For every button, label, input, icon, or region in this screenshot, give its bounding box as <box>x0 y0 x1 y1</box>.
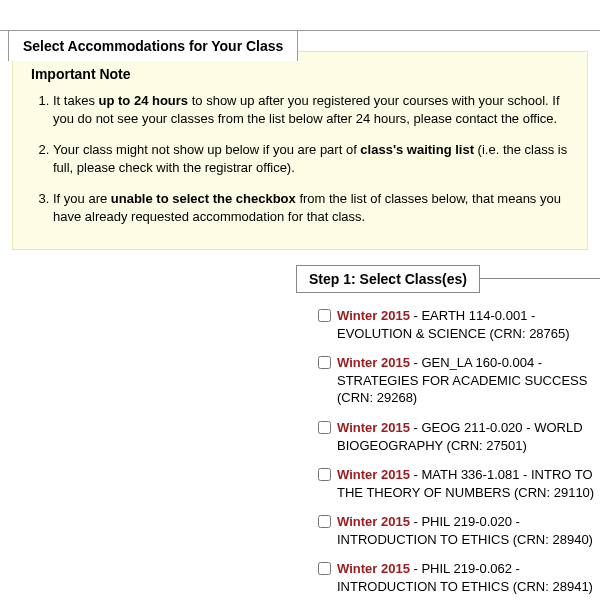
class-label: Winter 2015 - MATH 336-1.081 - INTRO TO … <box>337 466 600 501</box>
class-row: Winter 2015 - GEOG 211-0.020 - WORLD BIO… <box>318 419 600 454</box>
class-term: Winter 2015 <box>337 355 410 370</box>
class-label: Winter 2015 - PHIL 219-0.020 - INTRODUCT… <box>337 513 600 548</box>
class-row: Winter 2015 - MATH 336-1.081 - INTRO TO … <box>318 466 600 501</box>
class-row: Winter 2015 - GEN_LA 160-0.004 - STRATEG… <box>318 354 600 407</box>
class-row: Winter 2015 - PHIL 219-0.020 - INTRODUCT… <box>318 513 600 548</box>
class-checkbox[interactable] <box>318 515 331 528</box>
note-item: If you are unable to select the checkbox… <box>53 190 569 225</box>
tab-title: Select Accommodations for Your Class <box>8 30 298 61</box>
class-label: Winter 2015 - PHIL 219-0.062 - INTRODUCT… <box>337 560 600 595</box>
class-term: Winter 2015 <box>337 561 410 576</box>
accommodations-tab: Select Accommodations for Your Class Imp… <box>0 30 600 600</box>
note-item: It takes up to 24 hours to show up after… <box>53 92 569 127</box>
class-term: Winter 2015 <box>337 308 410 323</box>
note-text-pre: Your class might not show up below if yo… <box>53 142 360 157</box>
step1-legend: Step 1: Select Class(es) <box>296 265 480 293</box>
note-text-strong: unable to select the checkbox <box>111 191 296 206</box>
important-note-title: Important Note <box>31 66 569 82</box>
important-note-box: Important Note It takes up to 24 hours t… <box>12 51 588 250</box>
class-label: Winter 2015 - GEOG 211-0.020 - WORLD BIO… <box>337 419 600 454</box>
class-checkbox[interactable] <box>318 356 331 369</box>
class-row: Winter 2015 - PHIL 219-0.062 - INTRODUCT… <box>318 560 600 595</box>
class-checkbox[interactable] <box>318 309 331 322</box>
class-checkbox[interactable] <box>318 562 331 575</box>
note-text-strong: class's waiting list <box>360 142 474 157</box>
important-note-list: It takes up to 24 hours to show up after… <box>53 92 569 225</box>
step1-fieldset: Step 1: Select Class(es) Winter 2015 - E… <box>300 278 600 600</box>
class-term: Winter 2015 <box>337 514 410 529</box>
class-row: Winter 2015 - EARTH 114-0.001 - EVOLUTIO… <box>318 307 600 342</box>
note-text-strong: up to 24 hours <box>99 93 189 108</box>
class-label: Winter 2015 - GEN_LA 160-0.004 - STRATEG… <box>337 354 600 407</box>
class-term: Winter 2015 <box>337 467 410 482</box>
tab-body: Important Note It takes up to 24 hours t… <box>0 30 600 600</box>
class-checkbox[interactable] <box>318 421 331 434</box>
note-item: Your class might not show up below if yo… <box>53 141 569 176</box>
note-text-pre: If you are <box>53 191 111 206</box>
note-text-pre: It takes <box>53 93 99 108</box>
class-checkbox[interactable] <box>318 468 331 481</box>
class-term: Winter 2015 <box>337 420 410 435</box>
class-label: Winter 2015 - EARTH 114-0.001 - EVOLUTIO… <box>337 307 600 342</box>
